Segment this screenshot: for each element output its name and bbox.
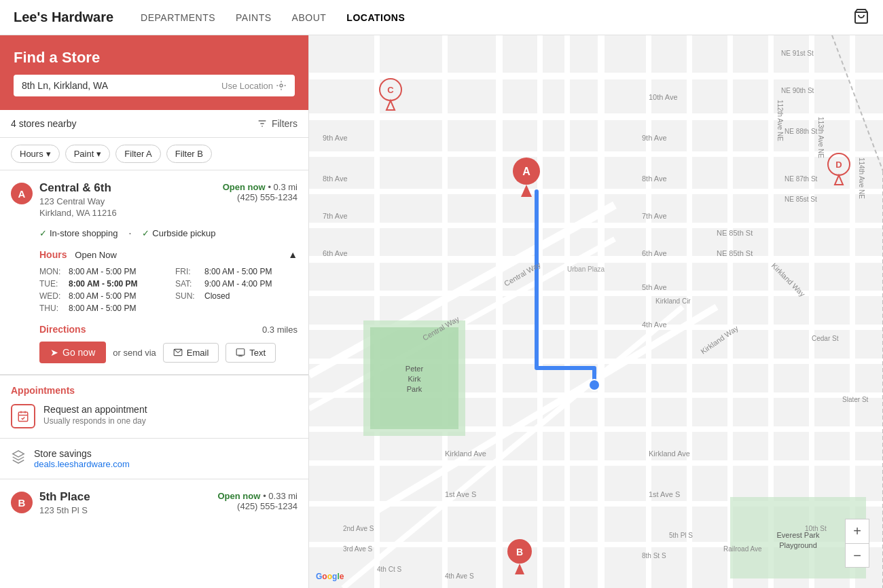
nav-paints[interactable]: PAINTS — [236, 12, 272, 23]
filter-chips: Hours ▾ Paint ▾ Filter A Filter B — [0, 138, 308, 170]
svg-text:112th Ave NE: 112th Ave NE — [776, 100, 784, 141]
store-a-phone: (425) 555-1234 — [223, 192, 298, 202]
store-b-address: 123 5th Pl S — [39, 505, 217, 515]
wed-time: 8:00 AM - 5:00 PM — [69, 291, 136, 301]
mon-time: 8:00 AM - 5:00 PM — [69, 267, 136, 276]
nav-locations[interactable]: LOCATIONS — [346, 12, 405, 23]
go-now-button[interactable]: ➤ Go now — [39, 342, 106, 363]
in-store-service: ✓ In-store shopping — [39, 227, 118, 238]
store-a-open: Open now — [223, 182, 266, 192]
nav-about[interactable]: ABOUT — [292, 12, 327, 23]
store-savings-section[interactable]: Store savings deals.leeshardware.com — [0, 439, 308, 479]
svg-text:NE 90th St: NE 90th St — [781, 87, 814, 94]
savings-main: Store savings — [34, 448, 130, 459]
svg-text:1st Ave S: 1st Ave S — [445, 490, 476, 498]
svg-text:Slater St: Slater St — [842, 396, 869, 403]
svg-text:8th St S: 8th St S — [642, 552, 666, 559]
email-button[interactable]: Email — [163, 343, 219, 363]
tue-label: TUE: — [39, 279, 63, 289]
filter-a-chip[interactable]: Filter A — [115, 145, 160, 163]
store-a-address2: Kirkland, WA 11216 — [39, 208, 223, 218]
find-store-title: Find a Store — [14, 49, 295, 67]
appointment-sub: Usually responds in one day — [43, 416, 147, 426]
find-store-header: Find a Store Use Location — [0, 35, 308, 110]
svg-text:4th Ave: 4th Ave — [642, 320, 667, 329]
store-b-open: Open now — [217, 491, 260, 501]
svg-text:NE 85st St: NE 85st St — [785, 196, 817, 203]
store-b-status: Open now • 0.33 mi (425) 555-1234 — [217, 490, 298, 511]
service-dot: · — [128, 227, 131, 238]
zoom-in-button[interactable]: + — [845, 519, 869, 543]
store-a-status: Open now • 0.3 mi (425) 555-1234 — [223, 181, 298, 202]
appointments-title: Appointments — [11, 385, 298, 396]
search-input[interactable] — [22, 80, 221, 91]
use-location-btn[interactable]: Use Location — [221, 80, 287, 91]
filter-b-chip[interactable]: Filter B — [166, 145, 212, 163]
appointment-icon — [11, 404, 35, 428]
svg-text:4th Ave S: 4th Ave S — [445, 572, 474, 580]
check-icon-2: ✓ — [142, 228, 149, 238]
svg-text:NE 87th St: NE 87th St — [785, 175, 818, 183]
savings-link[interactable]: deals.leeshardware.com — [34, 459, 130, 469]
directions-section: Directions 0.3 miles ➤ Go now or send vi… — [39, 324, 298, 363]
appointment-main: Request an appointment — [43, 404, 147, 415]
hours-chip-label: Hours — [20, 149, 43, 159]
check-icon-1: ✓ — [39, 228, 47, 238]
savings-icon — [11, 449, 26, 468]
svg-text:NE 85th St: NE 85th St — [717, 229, 753, 237]
request-appointment-item[interactable]: Request an appointment Usually responds … — [11, 404, 298, 428]
svg-text:7th Ave: 7th Ave — [323, 212, 348, 220]
svg-text:8th Ave: 8th Ave — [323, 174, 348, 183]
zoom-out-button[interactable]: − — [845, 543, 869, 568]
store-b-info: 5th Place 123 5th Pl S — [39, 490, 217, 515]
sat-label: SAT: — [175, 279, 199, 289]
svg-text:8th Ave: 8th Ave — [642, 174, 667, 183]
svg-text:NE 85th St: NE 85th St — [717, 249, 753, 257]
svg-text:114th Ave NE: 114th Ave NE — [858, 158, 865, 199]
svg-text:4th Ct S: 4th Ct S — [377, 566, 401, 573]
store-a-info: Central & 6th 123 Central Way Kirkland, … — [39, 181, 223, 218]
hours-right-col: FRI: 8:00 AM - 5:00 PM SAT: 9:00 AM - 4:… — [175, 265, 298, 314]
send-via-label: or send via — [113, 348, 156, 358]
svg-text:NE 88th St: NE 88th St — [785, 128, 818, 135]
svg-text:Cedar St: Cedar St — [812, 335, 839, 342]
sidebar: Find a Store Use Location 4 stores nearb… — [0, 35, 309, 588]
svg-text:NE 91st St: NE 91st St — [781, 50, 814, 57]
google-logo: Google — [316, 572, 344, 581]
main-content: Find a Store Use Location 4 stores nearb… — [0, 35, 883, 588]
store-b-name: 5th Place — [39, 490, 217, 504]
hours-label-group: Hours Open Now — [39, 249, 117, 260]
svg-text:5th Ave: 5th Ave — [642, 283, 667, 291]
svg-point-1 — [280, 84, 283, 87]
svg-rect-9 — [18, 412, 28, 422]
curbside-service: ✓ Curbside pickup — [142, 227, 215, 238]
hours-fri: FRI: 8:00 AM - 5:00 PM — [175, 265, 298, 278]
filters-button[interactable]: Filters — [257, 118, 298, 129]
text-button[interactable]: Text — [226, 343, 276, 363]
header: Lee's Hardware DEPARTMENTS PAINTS ABOUT … — [0, 0, 883, 35]
hours-filter-chip[interactable]: Hours ▾ — [11, 145, 60, 163]
hours-toggle[interactable]: Hours Open Now ▲ — [39, 249, 298, 260]
svg-text:6th Ave: 6th Ave — [323, 249, 348, 257]
svg-text:10th St: 10th St — [805, 525, 827, 532]
hours-chip-arrow: ▾ — [46, 149, 51, 159]
svg-text:Peter: Peter — [406, 365, 424, 373]
hours-sat: SAT: 9:00 AM - 4:00 PM — [175, 278, 298, 290]
thu-time: 8:00 AM - 5:00 PM — [69, 304, 136, 313]
svg-rect-6 — [237, 349, 245, 355]
svg-text:Park: Park — [407, 385, 422, 393]
svg-text:5th Pl S: 5th Pl S — [669, 532, 693, 539]
navigation-icon: ➤ — [50, 347, 58, 358]
sat-time: 9:00 AM - 4:00 PM — [204, 279, 272, 289]
svg-text:1st Ave S: 1st Ave S — [649, 490, 680, 498]
appointments-section: Appointments Request an appointment Usua… — [0, 375, 308, 439]
svg-text:Kirkland Cir: Kirkland Cir — [655, 297, 691, 305]
store-a-address1: 123 Central Way — [39, 196, 223, 206]
use-location-label: Use Location — [221, 81, 273, 91]
paint-filter-chip[interactable]: Paint ▾ — [65, 145, 111, 163]
svg-text:A: A — [522, 166, 530, 177]
site-logo: Lee's Hardware — [14, 10, 113, 25]
cart-icon[interactable] — [853, 8, 869, 26]
svg-text:Kirkland Ave: Kirkland Ave — [649, 449, 690, 458]
nav-departments[interactable]: DEPARTMENTS — [141, 12, 215, 23]
